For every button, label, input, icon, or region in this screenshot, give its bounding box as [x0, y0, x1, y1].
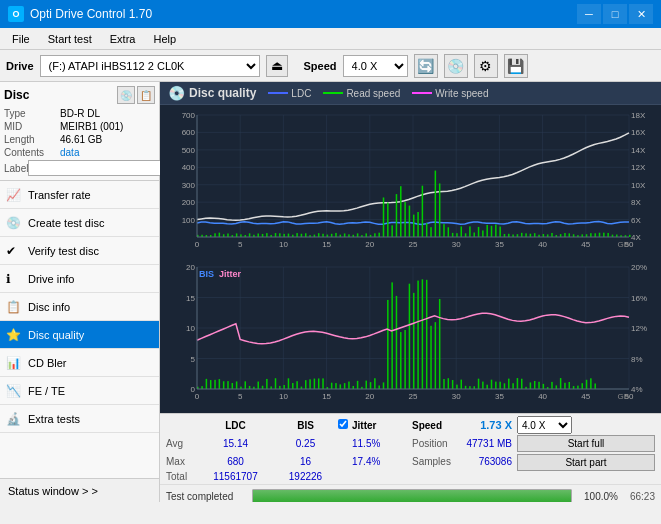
- disc-icon-btn2[interactable]: 📋: [137, 86, 155, 104]
- disc-info-panel: Disc 💿 📋 Type BD-R DL MID MEIRB1 (001) L…: [0, 82, 159, 181]
- sidebar-item-fe-te[interactable]: 📉 FE / TE: [0, 377, 159, 405]
- write-speed-legend-label: Write speed: [435, 88, 488, 99]
- speed-label: Speed: [304, 60, 337, 72]
- close-button[interactable]: ✕: [629, 4, 653, 24]
- start-full-button[interactable]: Start full: [517, 435, 655, 452]
- total-ldc: 11561707: [198, 471, 273, 482]
- disc-quality-header: 💿 Disc quality LDC Read speed Write spee…: [160, 82, 661, 105]
- disc-field-type: Type BD-R DL: [4, 108, 155, 119]
- drive-bar: Drive (F:) ATAPI iHBS112 2 CL0K ⏏ Speed …: [0, 50, 661, 82]
- disc-field-length: Length 46.61 GB: [4, 134, 155, 145]
- position-label: Position: [412, 434, 457, 453]
- sidebar-item-transfer-rate[interactable]: 📈 Transfer rate: [0, 181, 159, 209]
- samples-label: Samples: [412, 453, 457, 472]
- progress-fill: [253, 490, 571, 502]
- menu-file[interactable]: File: [4, 31, 38, 47]
- status-window-button[interactable]: Status window > >: [0, 478, 159, 502]
- ldc-legend-color: [268, 92, 288, 94]
- menu-start-test[interactable]: Start test: [40, 31, 100, 47]
- progress-percent: 100.0%: [578, 491, 618, 502]
- extra-tests-icon: 🔬: [6, 412, 21, 426]
- sidebar-item-extra-tests[interactable]: 🔬 Extra tests: [0, 405, 159, 433]
- label-row: Label 📁: [4, 160, 155, 176]
- transfer-rate-icon: 📈: [6, 188, 21, 202]
- avg-ldc: 15.14: [198, 434, 273, 453]
- drive-select[interactable]: (F:) ATAPI iHBS112 2 CL0K: [40, 55, 260, 77]
- sidebar-item-disc-info[interactable]: 📋 Disc info: [0, 293, 159, 321]
- progress-bar-container: Test completed 100.0% 66:23: [160, 485, 661, 502]
- menu-help[interactable]: Help: [145, 31, 184, 47]
- ldc-legend-label: LDC: [291, 88, 311, 99]
- jitter-checkbox[interactable]: [338, 419, 348, 429]
- chart1-wrapper: [162, 107, 659, 257]
- speed-select-stats[interactable]: 4.0 X: [517, 416, 572, 434]
- app-icon: O: [8, 6, 24, 22]
- read-speed-legend-color: [323, 92, 343, 94]
- disc-field-mid: MID MEIRB1 (001): [4, 121, 155, 132]
- refresh-button[interactable]: 🔄: [414, 54, 438, 78]
- read-speed-legend-label: Read speed: [346, 88, 400, 99]
- total-bis: 192226: [273, 471, 338, 482]
- charts-container: [160, 105, 661, 413]
- settings-button[interactable]: ⚙: [474, 54, 498, 78]
- samples-value: 763086: [457, 453, 512, 472]
- label-input[interactable]: [28, 160, 161, 176]
- speed-select-drive[interactable]: 4.0 X 1.0 X 2.0 X 6.0 X 8.0 X: [343, 55, 408, 77]
- max-jitter: 17.4%: [352, 453, 412, 472]
- max-label: Max: [166, 453, 198, 472]
- disc-quality-icon: ⭐: [6, 328, 21, 342]
- ldc-column-header: LDC: [198, 416, 273, 434]
- app-title: Opti Drive Control 1.70: [30, 7, 152, 21]
- progress-track: [252, 489, 572, 502]
- save-button[interactable]: 💾: [504, 54, 528, 78]
- max-ldc: 680: [198, 453, 273, 472]
- max-bis: 16: [273, 453, 338, 472]
- avg-jitter: 11.5%: [352, 434, 412, 453]
- speed-value: 1.73 X: [480, 419, 512, 431]
- title-bar: O Opti Drive Control 1.70 ─ □ ✕: [0, 0, 661, 28]
- disc-quality-title: Disc quality: [189, 86, 256, 100]
- write-speed-legend-color: [412, 92, 432, 94]
- sidebar-item-cd-bler[interactable]: 📊 CD Bler: [0, 349, 159, 377]
- verify-test-disc-icon: ✔: [6, 244, 16, 258]
- start-part-button[interactable]: Start part: [517, 454, 655, 471]
- sidebar-item-disc-quality[interactable]: ⭐ Disc quality: [0, 321, 159, 349]
- disc-info-icon: 📋: [6, 300, 21, 314]
- total-label: Total: [166, 471, 198, 482]
- maximize-button[interactable]: □: [603, 4, 627, 24]
- sidebar-item-verify-test-disc[interactable]: ✔ Verify test disc: [0, 237, 159, 265]
- position-value: 47731 MB: [457, 434, 512, 453]
- sidebar: Disc 💿 📋 Type BD-R DL MID MEIRB1 (001) L…: [0, 82, 160, 502]
- disc-icon-btn1[interactable]: 💿: [117, 86, 135, 104]
- sidebar-item-create-test-disc[interactable]: 💿 Create test disc: [0, 209, 159, 237]
- eject-button[interactable]: ⏏: [266, 55, 288, 77]
- menu-extra[interactable]: Extra: [102, 31, 144, 47]
- avg-label: Avg: [166, 434, 198, 453]
- cd-bler-icon: 📊: [6, 356, 21, 370]
- disc-button[interactable]: 💿: [444, 54, 468, 78]
- speed-column-header: Speed: [412, 416, 457, 434]
- progress-time: 66:23: [630, 491, 655, 502]
- drive-label: Drive: [6, 60, 34, 72]
- disc-field-contents: Contents data: [4, 147, 155, 158]
- disc-quality-header-icon: 💿: [168, 85, 185, 101]
- bis-jitter-chart: [162, 259, 659, 409]
- avg-bis: 0.25: [273, 434, 338, 453]
- chart2-wrapper: [162, 259, 659, 409]
- sidebar-item-drive-info[interactable]: ℹ Drive info: [0, 265, 159, 293]
- ldc-chart: [162, 107, 659, 257]
- minimize-button[interactable]: ─: [577, 4, 601, 24]
- bottom-panel: LDC BIS Jitter Speed 1.73 X: [160, 413, 661, 502]
- fe-te-icon: 📉: [6, 384, 21, 398]
- bis-column-header: BIS: [273, 416, 338, 434]
- drive-info-icon: ℹ: [6, 272, 11, 286]
- jitter-column-header: Jitter: [352, 416, 412, 434]
- main-content: 💿 Disc quality LDC Read speed Write spee…: [160, 82, 661, 502]
- disc-section-label: Disc: [4, 88, 29, 102]
- status-text: Test completed: [166, 491, 246, 502]
- create-test-disc-icon: 💿: [6, 216, 21, 230]
- menu-bar: File Start test Extra Help: [0, 28, 661, 50]
